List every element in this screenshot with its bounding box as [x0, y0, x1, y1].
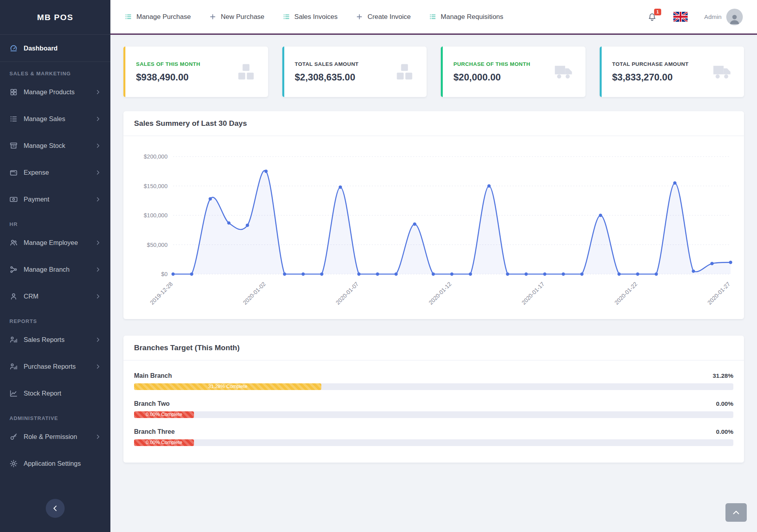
sidebar-item-manage-employee[interactable]: Manage Employee	[0, 229, 110, 256]
sidebar-item-manage-sales[interactable]: Manage Sales	[0, 105, 110, 132]
branch-icon	[9, 265, 18, 274]
user-menu[interactable]: Admin	[704, 9, 743, 25]
sidebar-item-sales-reports[interactable]: Sales Reports	[0, 326, 110, 353]
branch-name: Branch Two	[134, 400, 170, 407]
sidebar-item-application-settings[interactable]: Application Settings	[0, 450, 110, 477]
sidebar-item-payment[interactable]: Payment	[0, 186, 110, 213]
notifications-button[interactable]: 1	[647, 12, 657, 22]
sidebar-item-manage-stock[interactable]: Manage Stock	[0, 132, 110, 159]
key-icon	[9, 433, 18, 441]
sidebar-item-crm[interactable]: CRM	[0, 283, 110, 310]
gear-icon	[9, 459, 18, 468]
nav-sales-invoices[interactable]: Sales Invoices	[283, 13, 338, 21]
chart-line-icon	[9, 389, 18, 398]
truck-icon	[712, 62, 732, 82]
sidebar-item-label: Sales Reports	[24, 336, 89, 343]
sidebar-item-label: Expense	[24, 169, 89, 176]
sidebar-item-purchase-reports[interactable]: Purchase Reports	[0, 353, 110, 380]
stat-title: SALES OF THIS MONTH	[136, 61, 200, 67]
chevron-right-icon	[95, 240, 101, 246]
avatar	[726, 9, 743, 25]
progress-bar: 0.00% Complete	[134, 411, 194, 418]
sales-chart-body: $0$50,000$100,000$150,000$200,0002019-12…	[123, 136, 744, 319]
sidebar-nav: Dashboard SALES & MARKETING Manage Produ…	[0, 35, 110, 477]
stat-card-total-purchase: TOTAL PURCHASE AMOUNT $3,833,270.00	[600, 47, 744, 97]
branches-body: Main Branch 31.28% 31.28% Complete Branc…	[123, 360, 744, 463]
progress-track: 0.00% Complete	[134, 439, 733, 446]
chevron-left-icon	[51, 504, 59, 512]
gauge-icon	[9, 44, 18, 52]
sidebar-item-manage-products[interactable]: Manage Products	[0, 78, 110, 105]
stat-value: $938,490.00	[136, 72, 200, 83]
chevron-right-icon	[95, 143, 101, 149]
sidebar-item-label: Manage Branch	[24, 266, 89, 273]
svg-text:$200,000: $200,000	[144, 153, 168, 160]
main-content: SALES OF THIS MONTH $938,490.00 TOTAL SA…	[110, 35, 757, 532]
branch-percent: 31.28%	[712, 372, 733, 379]
plus-icon	[209, 13, 216, 21]
svg-text:2019-12-28: 2019-12-28	[149, 281, 174, 306]
sidebar-section-sales-marketing: SALES & MARKETING	[9, 71, 101, 78]
accent-bar	[282, 47, 284, 97]
chevron-right-icon	[95, 89, 101, 95]
app-root: MB POS Dashboard SALES & MARKETING Manag…	[0, 0, 757, 532]
nav-create-invoice[interactable]: Create Invoice	[356, 13, 411, 21]
notification-badge: 1	[654, 9, 661, 16]
branch-name: Main Branch	[134, 372, 172, 379]
stat-value: $2,308,635.00	[295, 72, 359, 83]
sidebar: MB POS Dashboard SALES & MARKETING Manag…	[0, 0, 110, 532]
sidebar-item-label: Stock Report	[24, 390, 101, 397]
sidebar-item-label: Manage Employee	[24, 239, 89, 246]
sidebar-item-label: Role & Permission	[24, 433, 89, 441]
grid-icon	[9, 88, 18, 96]
topbar: Manage Purchase New Purchase Sales Invoi…	[110, 0, 757, 35]
chevron-right-icon	[95, 337, 101, 343]
scroll-top-button[interactable]	[725, 503, 747, 522]
progress-bar: 0.00% Complete	[134, 439, 194, 446]
branch-percent: 0.00%	[716, 400, 733, 407]
sidebar-item-label: Purchase Reports	[24, 363, 89, 370]
svg-text:2020-01-22: 2020-01-22	[613, 281, 639, 306]
branches-card-title: Branches Target (This Month)	[123, 336, 744, 360]
svg-text:2020-01-07: 2020-01-07	[335, 281, 360, 306]
sidebar-collapse-button[interactable]	[46, 499, 65, 518]
sidebar-section-hr: HR	[9, 221, 101, 229]
accent-bar	[441, 47, 443, 97]
chevron-right-icon	[95, 364, 101, 370]
chevron-right-icon	[95, 434, 101, 440]
stat-value: $3,833,270.00	[612, 72, 689, 83]
nav-manage-requisitions[interactable]: Manage Requisitions	[429, 13, 503, 21]
list-icon	[125, 13, 132, 21]
sidebar-section-reports: REPORTS	[9, 318, 101, 326]
nav-label: Manage Requisitions	[441, 13, 503, 21]
accent-bar	[600, 47, 602, 97]
chevron-up-icon	[732, 508, 740, 517]
branch-row: Branch Two 0.00% 0.00% Complete	[134, 400, 733, 418]
nav-manage-purchase[interactable]: Manage Purchase	[125, 13, 191, 21]
chevron-right-icon	[95, 196, 101, 202]
sidebar-item-dashboard[interactable]: Dashboard	[0, 35, 110, 62]
accent-bar	[123, 47, 125, 97]
sidebar-item-manage-branch[interactable]: Manage Branch	[0, 256, 110, 283]
nav-label: Sales Invoices	[295, 13, 338, 21]
stat-cards: SALES OF THIS MONTH $938,490.00 TOTAL SA…	[123, 47, 744, 97]
sidebar-item-expense[interactable]: Expense	[0, 159, 110, 186]
uk-flag-icon[interactable]	[673, 12, 688, 22]
money-icon	[9, 195, 18, 203]
sidebar-item-stock-report[interactable]: Stock Report	[0, 380, 110, 407]
sidebar-section-administrative: ADMINISTRATIVE	[9, 415, 101, 423]
plus-icon	[356, 13, 363, 21]
wallet-icon	[9, 168, 18, 177]
nav-new-purchase[interactable]: New Purchase	[209, 13, 265, 21]
branch-name: Branch Three	[134, 428, 175, 435]
users-icon	[9, 239, 18, 247]
svg-text:$50,000: $50,000	[147, 242, 168, 248]
sidebar-item-role-permission[interactable]: Role & Permission	[0, 423, 110, 450]
person-icon	[728, 13, 741, 25]
topbar-right: 1 Admin	[647, 9, 743, 25]
stat-card-total-sales: TOTAL SALES AMOUNT $2,308,635.00	[282, 47, 427, 97]
stat-title: TOTAL SALES AMOUNT	[295, 61, 359, 67]
user-icon	[9, 292, 18, 301]
list-icon	[429, 13, 436, 21]
svg-text:$0: $0	[161, 271, 168, 277]
